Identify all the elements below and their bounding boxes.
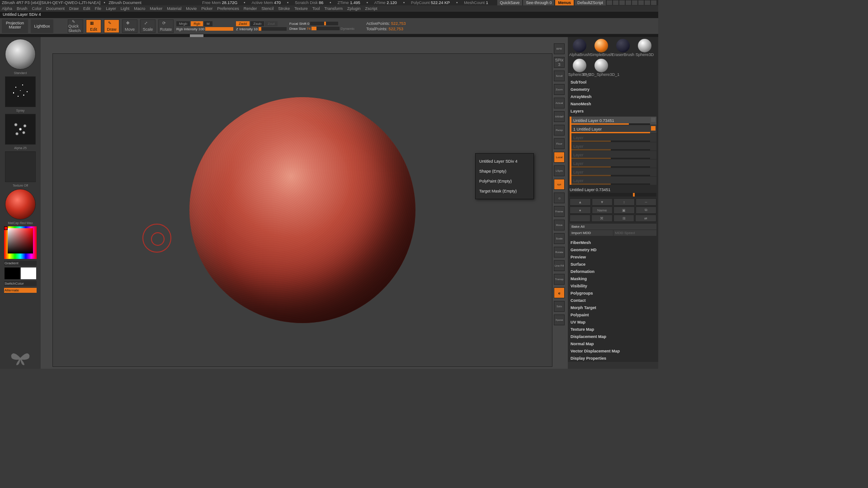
tool-pm3d-sphere[interactable]: PM3D_Sphere3D_1 xyxy=(591,59,611,77)
tool-simplebrush[interactable]: SimpleBrush xyxy=(591,39,611,57)
menu-texture[interactable]: Texture xyxy=(294,6,308,11)
gradient-button[interactable]: Gradient xyxy=(4,261,37,266)
section-visibility[interactable]: Visibility xyxy=(568,282,658,290)
texture-selector[interactable] xyxy=(5,151,36,182)
sculpt-object[interactable] xyxy=(189,97,415,323)
menu-marker[interactable]: Marker xyxy=(150,6,162,11)
menu-document[interactable]: Document xyxy=(46,6,65,11)
alpha-selector[interactable] xyxy=(5,114,36,145)
section-masking[interactable]: Masking xyxy=(568,275,658,282)
menu-preferences[interactable]: Preferences xyxy=(217,6,239,11)
local-button[interactable]: Local xyxy=(554,152,565,163)
menu-movie[interactable]: Movie xyxy=(186,6,197,11)
scale-button[interactable]: Scale xyxy=(554,233,565,244)
brush-selector[interactable] xyxy=(5,39,36,70)
close-button[interactable] xyxy=(651,0,656,5)
projection-master-button[interactable]: Projection Master xyxy=(2,19,28,33)
layer-record-icon[interactable] xyxy=(651,126,656,131)
rotate-button[interactable]: Rotate xyxy=(554,247,565,258)
xpose-button[interactable]: Xpose xyxy=(554,314,565,325)
linefill-button[interactable]: Line Fill xyxy=(554,260,565,271)
lightbox-button[interactable]: LightBox xyxy=(31,19,53,33)
menu-stencil[interactable]: Stencil xyxy=(261,6,274,11)
scroll-button[interactable]: Scroll xyxy=(554,70,565,81)
layer-name-button[interactable]: Name xyxy=(592,206,613,214)
layer-intensity-slider[interactable]: Untitled Layer 0.73451 xyxy=(570,188,656,197)
quicksketch-button[interactable]: ✎Quick Sketch xyxy=(68,19,83,33)
material-selector[interactable] xyxy=(5,189,36,220)
menu-alpha[interactable]: Alpha xyxy=(2,6,12,11)
tool-eraserbrush[interactable]: EraserBrush xyxy=(613,39,633,57)
zsub-button[interactable]: Zsub xyxy=(250,21,264,26)
seethrough-slider[interactable]: See-through 0 xyxy=(523,0,554,5)
layer-record-button[interactable]: ● xyxy=(570,206,591,214)
defaultscript-button[interactable]: DefaultZScript xyxy=(575,0,606,5)
rgb-button[interactable]: Rgb xyxy=(191,21,203,26)
menu-tool[interactable]: Tool xyxy=(312,6,320,11)
section-normalmap[interactable]: Normal Map xyxy=(568,340,658,347)
layer-duplicate-button[interactable]: ⧉ xyxy=(636,206,657,214)
transp-button[interactable]: Transp xyxy=(554,274,565,285)
tool-alphabrush[interactable]: AlphaBrush xyxy=(570,39,590,57)
section-texmap[interactable]: Texture Map xyxy=(568,326,658,333)
layout-button-4[interactable] xyxy=(626,0,631,5)
center-button[interactable]: ⊙ xyxy=(554,192,565,203)
layer-invert-button[interactable]: ⇄ xyxy=(635,215,656,222)
menu-color[interactable]: Color xyxy=(32,6,42,11)
color-picker[interactable] xyxy=(4,226,37,259)
maximize-button[interactable] xyxy=(645,0,650,5)
layer-row-1[interactable]: 1 Untitled Layer xyxy=(571,125,656,133)
layer-visibility-icon[interactable] xyxy=(651,117,656,122)
layer-select-up-button[interactable]: ↔ xyxy=(636,198,657,206)
rgb-intensity-slider[interactable] xyxy=(205,27,233,31)
menu-zplugin[interactable]: Zplugin xyxy=(347,6,361,11)
quicksave-button[interactable]: QuickSave xyxy=(497,0,523,5)
z-intensity-slider[interactable] xyxy=(259,27,287,31)
layer-scroll-up-button[interactable]: ▲ xyxy=(570,198,591,206)
section-arraymesh[interactable]: ArrayMesh xyxy=(568,93,658,100)
move-button[interactable]: Move xyxy=(554,220,565,230)
menu-edit[interactable]: Edit xyxy=(83,6,90,11)
floor-button[interactable]: Floor xyxy=(554,138,565,149)
aahalf-button[interactable]: AAHalf xyxy=(554,111,565,122)
m-button[interactable]: M xyxy=(204,21,212,26)
section-vecdisp[interactable]: Vector Displacement Map xyxy=(568,347,658,355)
section-deformation[interactable]: Deformation xyxy=(568,268,658,275)
layer-merge-button[interactable]: ⊞ xyxy=(613,215,635,222)
section-geometry[interactable]: Geometry xyxy=(568,86,658,93)
section-surface[interactable]: Surface xyxy=(568,261,658,268)
help-button[interactable] xyxy=(632,0,637,5)
mdd-speed-slider[interactable]: MDD Speed xyxy=(613,230,657,236)
menu-draw[interactable]: Draw xyxy=(69,6,79,11)
solo-button[interactable]: Solo xyxy=(554,301,565,312)
section-polygroups[interactable]: Polygroups xyxy=(568,290,658,297)
section-geometryhd[interactable]: Geometry HD xyxy=(568,246,658,253)
menu-macro[interactable]: Macro xyxy=(134,6,145,11)
edit-mode-button[interactable]: ▦Edit xyxy=(86,19,101,33)
move-mode-button[interactable]: ✥Move xyxy=(122,19,137,33)
menu-picker[interactable]: Picker xyxy=(201,6,212,11)
section-dispmap[interactable]: Displacement Map xyxy=(568,333,658,340)
menu-brush[interactable]: Brush xyxy=(17,6,28,11)
section-layers[interactable]: Layers xyxy=(568,108,658,115)
section-uvmap[interactable]: UV Map xyxy=(568,319,658,326)
viewport[interactable]: Untitled Layer SDiv 4 Shape (Empty) Poly… xyxy=(52,53,552,367)
section-fibermesh[interactable]: FiberMesh xyxy=(568,239,658,246)
frame-button[interactable]: Frame xyxy=(554,206,565,217)
menus-toggle[interactable]: Menus xyxy=(555,0,574,5)
stroke-selector[interactable] xyxy=(5,76,36,107)
switchcolor-button[interactable]: SwitchColor xyxy=(4,281,37,286)
layer-split-button[interactable]: ⌘ xyxy=(591,215,613,222)
draw-mode-button[interactable]: ✎Draw xyxy=(104,19,119,33)
persp-button[interactable]: Persp xyxy=(554,125,565,136)
menu-light[interactable]: Light xyxy=(121,6,130,11)
spix-readout[interactable]: SPix3 xyxy=(554,57,565,68)
lsym-button[interactable]: LSym xyxy=(554,165,565,176)
layer-move-down-button[interactable]: ▼ xyxy=(592,198,613,206)
swatch-primary[interactable] xyxy=(21,267,36,279)
bake-all-button[interactable]: Bake All xyxy=(570,224,656,230)
zadd-button[interactable]: Zadd xyxy=(236,21,250,26)
minimize-button[interactable] xyxy=(638,0,644,5)
layer-new-button[interactable]: ▣ xyxy=(613,206,635,214)
section-nanomesh[interactable]: NanoMesh xyxy=(568,100,658,108)
